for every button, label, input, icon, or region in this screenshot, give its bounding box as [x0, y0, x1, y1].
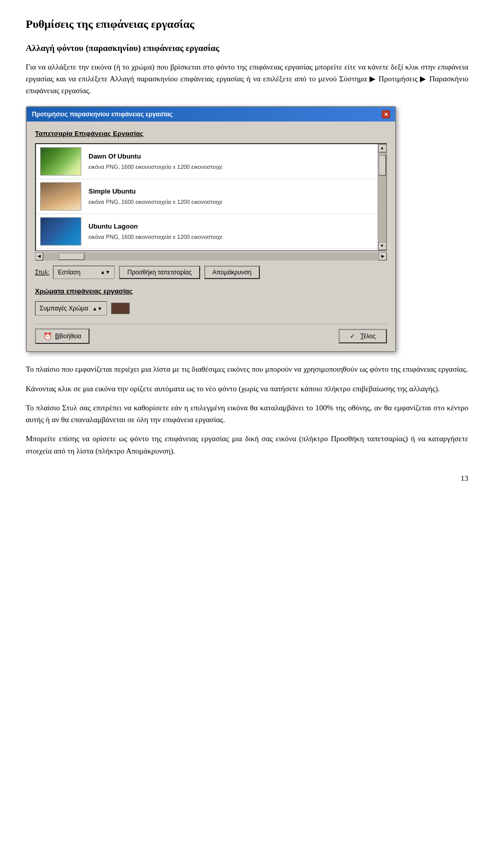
- wallpaper-item[interactable]: Dawn Of Ubuntu εικόνα PNG, 1600 εικονοστ…: [36, 144, 378, 179]
- close-btn-label: Τέλος: [360, 333, 376, 340]
- color-style-select[interactable]: Συμπαγές Χρώμα ▲▼: [35, 301, 107, 316]
- wallpaper-desc-3: εικόνα PNG, 1600 εικονοστοιχεία x 1200 ε…: [89, 233, 223, 241]
- dialog-body: Ταπετσαρία Επιφάνειας Εργασίας Dawn Of U…: [27, 121, 395, 351]
- help-button[interactable]: ⏰ ΒΒοήθεια: [35, 328, 90, 344]
- wallpaper-thumbnail-dawn: [40, 147, 81, 176]
- wallpaper-thumbnail-simple: [40, 182, 81, 211]
- body-paragraph-3: Κάνοντας κλικ σε μια εικόνα την ορίζετε …: [26, 383, 468, 395]
- remove-button[interactable]: Απομάκρυνση: [204, 266, 260, 279]
- body-paragraph-4: Το πλαίσιο Στυλ σας επιτρέπει να καθορίσ…: [26, 402, 468, 426]
- scroll-thumb[interactable]: [379, 155, 386, 176]
- wallpaper-item[interactable]: Simple Ubuntu εικόνα PNG, 1600 εικονοστο…: [36, 179, 378, 214]
- style-select[interactable]: Εστίαση ▲▼: [53, 266, 115, 279]
- color-style-value: Συμπαγές Χρώμα: [40, 304, 88, 313]
- page-title: Ρυθμίσεις της επιφάνειας εργασίας: [26, 15, 468, 32]
- h-scroll-track: [43, 252, 379, 261]
- scroll-up-button[interactable]: ▲: [378, 144, 386, 152]
- wallpaper-thumbnail-lagoon: [40, 217, 81, 246]
- wallpaper-name-2: Simple Ubuntu: [89, 186, 223, 197]
- wallpaper-info: Dawn Of Ubuntu εικόνα PNG, 1600 εικονοστ…: [89, 151, 223, 171]
- wallpaper-list-container: Dawn Of Ubuntu εικόνα PNG, 1600 εικονοστ…: [35, 143, 387, 251]
- help-button-label: ΒΒοήθεια: [55, 333, 81, 340]
- color-select-arrow-icon: ▲▼: [92, 305, 102, 313]
- scroll-down-button[interactable]: ▼: [378, 242, 386, 250]
- help-underline: Β: [55, 333, 59, 340]
- dialog-footer: ⏰ ΒΒοήθεια ✓ Τέλος: [35, 324, 387, 344]
- wallpaper-section-label: Ταπετσαρία Επιφάνειας Εργασίας: [35, 129, 387, 139]
- body-paragraph-5: Μπορείτε επίσης να ορίσετε ως φόντο της …: [26, 433, 468, 457]
- color-swatch[interactable]: [111, 303, 130, 314]
- colors-section-label: Χρώματα επιφάνειας εργασίας: [35, 286, 387, 297]
- wallpaper-item[interactable]: Ubuntu Lagoon εικόνα PNG, 1600 εικονοστο…: [36, 214, 378, 249]
- page-number: 13: [461, 474, 468, 482]
- preferences-dialog: Προτιμήσεις παρασκηνίου επιφάνειας εργασ…: [26, 106, 396, 352]
- vertical-scrollbar[interactable]: ▲ ▼: [378, 144, 386, 250]
- wallpaper-info: Ubuntu Lagoon εικόνα PNG, 1600 εικονοστο…: [89, 221, 223, 241]
- style-row: Στυλ: Εστίαση ▲▼ Προσθήκη ταπετσαρίας Απ…: [35, 266, 387, 279]
- dialog-titlebar: Προτιμήσεις παρασκηνίου επιφάνειας εργασ…: [27, 107, 395, 121]
- h-scroll-thumb[interactable]: [59, 253, 84, 260]
- body-paragraph-2: Το πλαίσιο που εμφανίζεται περιέχει μια …: [26, 363, 468, 375]
- wallpaper-name-3: Ubuntu Lagoon: [89, 221, 223, 232]
- scroll-right-button[interactable]: ▶: [379, 252, 387, 261]
- style-label: Στυλ:: [35, 268, 49, 277]
- wallpaper-list[interactable]: Dawn Of Ubuntu εικόνα PNG, 1600 εικονοστ…: [36, 144, 378, 250]
- close-main-button[interactable]: ✓ Τέλος: [339, 329, 387, 343]
- wallpaper-desc-2: εικόνα PNG, 1600 εικονοστοιχεία x 1200 ε…: [89, 198, 223, 206]
- dialog-wrapper: Προτιμήσεις παρασκηνίου επιφάνειας εργασ…: [26, 106, 468, 352]
- scroll-track: [378, 152, 386, 242]
- colors-row: Συμπαγές Χρώμα ▲▼: [35, 301, 387, 316]
- help-icon: ⏰: [43, 332, 52, 340]
- style-select-value: Εστίαση: [58, 268, 80, 277]
- horizontal-scrollbar[interactable]: ◀ ▶: [35, 252, 387, 261]
- style-select-arrow-icon: ▲▼: [100, 268, 111, 276]
- add-wallpaper-button[interactable]: Προσθήκη ταπετσαρίας: [119, 266, 200, 279]
- dialog-title-text: Προτιμήσεις παρασκηνίου επιφάνειας εργασ…: [32, 110, 172, 119]
- section-subtitle: Αλλαγή φόντου (παρασκηνίου) επιφάνειας ε…: [26, 42, 468, 55]
- scroll-left-button[interactable]: ◀: [35, 252, 43, 261]
- intro-paragraph: Για να αλλάξετε την εικόνα (ή το χρώμα) …: [26, 61, 468, 97]
- page-number-container: 13: [26, 473, 468, 484]
- checkmark-icon: ✓: [350, 333, 355, 340]
- wallpaper-desc-1: εικόνα PNG, 1600 εικονοστοιχεία x 1200 ε…: [89, 163, 223, 171]
- wallpaper-name-1: Dawn Of Ubuntu: [89, 151, 223, 162]
- wallpaper-info: Simple Ubuntu εικόνα PNG, 1600 εικονοστο…: [89, 186, 223, 206]
- dialog-close-button[interactable]: ✕: [382, 110, 390, 118]
